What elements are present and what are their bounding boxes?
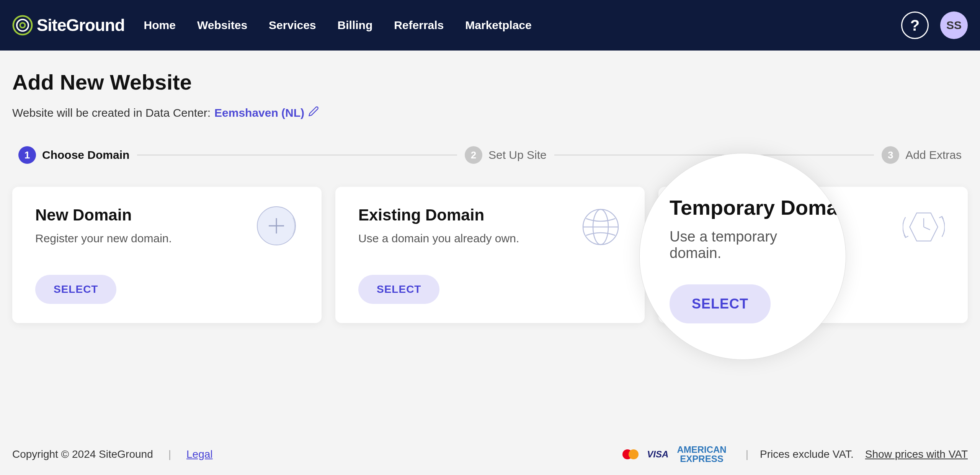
payment-icons: VISA AMERICAN EXPRESS xyxy=(622,445,726,464)
footer-left: Copyright © 2024 SiteGround | Legal xyxy=(12,448,213,460)
step-3-number: 3 xyxy=(882,146,899,164)
svg-point-1 xyxy=(17,20,28,31)
nav-billing[interactable]: Billing xyxy=(338,19,373,32)
page-title: Add New Website xyxy=(12,70,968,95)
nav-marketplace[interactable]: Marketplace xyxy=(465,19,531,32)
separator: | xyxy=(168,448,171,460)
edit-icon[interactable] xyxy=(308,106,319,119)
step-2-label: Set Up Site xyxy=(488,149,547,162)
copyright: Copyright © 2024 SiteGround xyxy=(12,448,153,460)
card-existing-domain-title: Existing Domain xyxy=(358,206,519,224)
card-existing-domain-desc: Use a domain you already own. xyxy=(358,232,519,245)
card-new-domain-desc: Register your new domain. xyxy=(35,232,172,245)
vat-text: Prices exclude VAT. xyxy=(760,448,854,460)
clock-hex-icon xyxy=(903,206,945,248)
brand-name: SiteGround xyxy=(37,16,125,35)
stepper: 1 Choose Domain 2 Set Up Site 3 Add Extr… xyxy=(12,146,968,164)
top-header: SiteGround Home Websites Services Billin… xyxy=(0,0,980,51)
legal-link[interactable]: Legal xyxy=(186,448,213,460)
dc-prefix: Website will be created in Data Center: xyxy=(12,106,211,119)
nav-home[interactable]: Home xyxy=(144,19,176,32)
mastercard-icon xyxy=(622,449,639,459)
step-3-label: Add Extras xyxy=(905,149,962,162)
visa-icon: VISA xyxy=(647,449,668,460)
step-2: 2 Set Up Site xyxy=(465,146,547,164)
footer: Copyright © 2024 SiteGround | Legal VISA… xyxy=(0,434,980,475)
plus-circle-icon xyxy=(256,206,299,248)
header-right: ? SS xyxy=(901,11,968,39)
dc-link[interactable]: Eemshaven (NL) xyxy=(214,106,304,119)
main-nav: Home Websites Services Billing Referrals… xyxy=(144,19,532,32)
zoom-desc: Use a temporary domain. xyxy=(670,229,823,261)
user-avatar[interactable]: SS xyxy=(940,11,968,39)
svg-line-11 xyxy=(924,227,930,230)
siteground-logo-icon xyxy=(12,15,33,36)
card-existing-domain: Existing Domain Use a domain you already… xyxy=(335,187,645,323)
help-icon: ? xyxy=(910,17,920,34)
globe-icon xyxy=(580,206,622,248)
nav-websites[interactable]: Websites xyxy=(197,19,247,32)
select-existing-domain-button[interactable]: SELECT xyxy=(358,275,439,304)
zoom-overlay: Temporary Doma Use a temporary domain. S… xyxy=(639,153,846,360)
header-left: SiteGround Home Websites Services Billin… xyxy=(12,15,532,36)
card-top: New Domain Register your new domain. xyxy=(35,206,299,248)
amex-icon: AMERICAN EXPRESS xyxy=(677,445,726,464)
select-new-domain-button[interactable]: SELECT xyxy=(35,275,116,304)
zoom-select-button[interactable]: SELECT xyxy=(670,284,771,323)
step-1-number: 1 xyxy=(18,146,36,164)
step-1-label: Choose Domain xyxy=(42,149,129,162)
card-new-domain-title: New Domain xyxy=(35,206,172,224)
zoom-title: Temporary Doma xyxy=(670,196,823,219)
card-top: Existing Domain Use a domain you already… xyxy=(358,206,622,248)
avatar-initials: SS xyxy=(946,19,962,32)
help-button[interactable]: ? xyxy=(901,11,929,39)
separator: | xyxy=(746,448,748,460)
step-1: 1 Choose Domain xyxy=(18,146,129,164)
nav-referrals[interactable]: Referrals xyxy=(394,19,444,32)
step-line-2 xyxy=(554,155,874,155)
nav-services[interactable]: Services xyxy=(269,19,316,32)
step-line-1 xyxy=(137,155,457,155)
data-center-line: Website will be created in Data Center: … xyxy=(12,106,968,119)
brand-logo[interactable]: SiteGround xyxy=(12,15,125,36)
footer-right: VISA AMERICAN EXPRESS | Prices exclude V… xyxy=(622,445,968,464)
step-3: 3 Add Extras xyxy=(882,146,962,164)
svg-point-2 xyxy=(20,23,25,28)
step-2-number: 2 xyxy=(465,146,482,164)
card-new-domain: New Domain Register your new domain. SEL… xyxy=(12,187,322,323)
vat-toggle-link[interactable]: Show prices with VAT xyxy=(865,448,968,460)
